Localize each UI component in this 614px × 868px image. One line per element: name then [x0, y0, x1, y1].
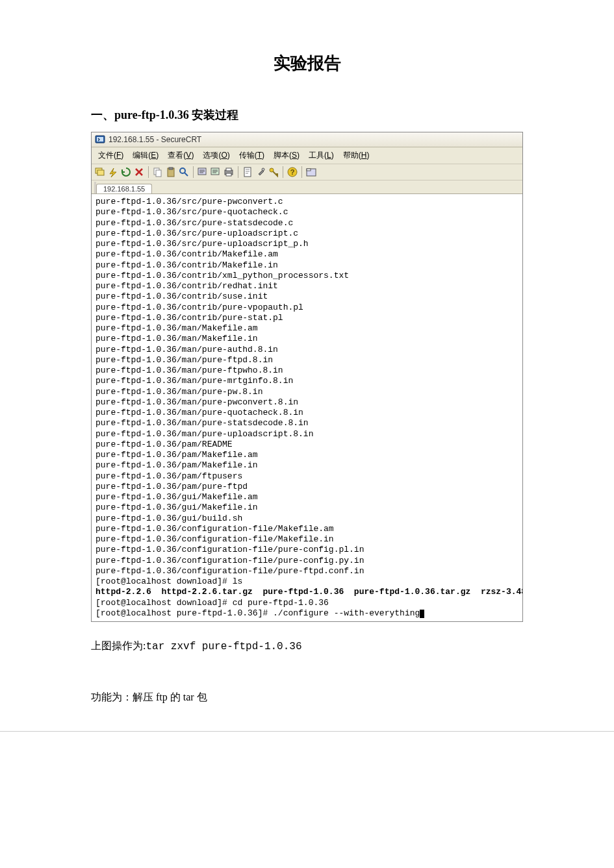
- svg-rect-1: [97, 137, 103, 142]
- prompt-configure: [root@localhost pure-ftpd-1.0.36]# ./con…: [96, 608, 420, 618]
- caption-command: tar zxvf pure-ftpd-1.0.36: [146, 641, 301, 652]
- securecrt-app-icon: [95, 134, 105, 145]
- svg-rect-15: [244, 167, 251, 177]
- menu-edit[interactable]: 编辑(E): [129, 149, 162, 162]
- find-icon[interactable]: [178, 166, 190, 178]
- caption-prefix: 上图操作为:: [91, 640, 146, 651]
- key-icon[interactable]: [268, 166, 279, 178]
- title-bar: 192.168.1.55 - SecureCRT: [92, 132, 522, 147]
- svg-rect-3: [97, 170, 104, 175]
- document-page: 实验报告 一、pure-ftp-1.0.36 安装过程 192.168.1.55…: [0, 0, 614, 732]
- svg-rect-21: [307, 169, 311, 171]
- paste-icon[interactable]: [165, 166, 177, 178]
- prompt-ls: [root@localhost download]# ls: [96, 577, 242, 586]
- connect-icon[interactable]: [94, 166, 106, 178]
- menu-view[interactable]: 查看(V): [164, 149, 198, 162]
- menu-help[interactable]: 帮助(H): [339, 149, 374, 162]
- svg-text:?: ?: [290, 168, 295, 176]
- window-title: 192.168.1.55 - SecureCRT: [109, 135, 201, 144]
- terminal-output[interactable]: pure-ftpd-1.0.36/src/pure-pwconvert.c pu…: [92, 194, 522, 621]
- menu-tools[interactable]: 工具(L): [305, 149, 338, 162]
- copy-icon[interactable]: [152, 166, 164, 178]
- disconnect-icon[interactable]: [133, 166, 145, 178]
- session-tab[interactable]: 192.168.1.55: [96, 184, 152, 193]
- menu-bar: 文件(F) 编辑(E) 查看(V) 选项(O) 传输(T) 脚本(S) 工具(L…: [92, 147, 522, 164]
- ls-output: httpd-2.2.6 httpd-2.2.6.tar.gz pure-ftpd…: [96, 587, 522, 597]
- figure-caption: 上图操作为:tar zxvf pure-ftpd-1.0.36 功能为：解压 f…: [91, 638, 523, 705]
- menu-file[interactable]: 文件(F): [94, 149, 127, 162]
- toolbar-separator: [283, 166, 283, 178]
- menu-transfer[interactable]: 传输(T): [235, 149, 268, 162]
- toolbar-separator: [148, 166, 149, 178]
- terminal-cursor: [420, 610, 424, 618]
- help-icon[interactable]: ?: [287, 166, 298, 178]
- svg-rect-13: [226, 168, 231, 171]
- tab-strip: 192.168.1.55: [92, 180, 522, 194]
- toolbar-separator: [301, 166, 302, 178]
- quick-connect-icon[interactable]: [107, 166, 119, 178]
- securecrt-window: 192.168.1.55 - SecureCRT 文件(F) 编辑(E) 查看(…: [91, 132, 523, 622]
- global-options-icon[interactable]: [210, 166, 222, 178]
- svg-line-9: [185, 173, 188, 176]
- toolbar-separator: [238, 166, 238, 178]
- document-title: 实验报告: [91, 52, 523, 75]
- menu-script[interactable]: 脚本(S): [270, 149, 303, 162]
- tools-icon[interactable]: [255, 166, 266, 178]
- svg-rect-14: [226, 173, 231, 176]
- prompt-cd: [root@localhost download]# cd pure-ftpd-…: [96, 598, 329, 608]
- svg-point-8: [180, 168, 185, 173]
- print-icon[interactable]: [223, 166, 235, 178]
- section-heading-1: 一、pure-ftp-1.0.36 安装过程: [91, 107, 523, 123]
- svg-rect-7: [169, 167, 173, 169]
- session-options-icon[interactable]: [197, 166, 209, 178]
- new-tab-icon[interactable]: [305, 166, 317, 178]
- reconnect-icon[interactable]: [120, 166, 132, 178]
- svg-rect-5: [156, 170, 161, 177]
- caption-function: 功能为：解压 ftp 的 tar 包: [91, 691, 207, 702]
- svg-point-16: [262, 168, 264, 171]
- menu-options[interactable]: 选项(O): [199, 149, 233, 162]
- log-session-icon[interactable]: [242, 166, 253, 178]
- toolbar-separator: [193, 166, 194, 178]
- toolbar: ?: [92, 164, 522, 180]
